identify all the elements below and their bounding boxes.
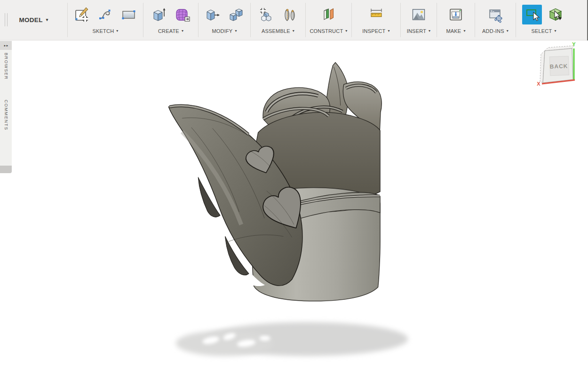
toolbar-group-inspect: INSPECT ▾ [352,0,400,40]
toolbar-group-assemble: ASSEMBLE ▾ [251,0,305,40]
expand-browser-tab[interactable]: ►► [0,41,12,50]
scripts-addins-icon [487,6,504,23]
caret-down-icon: ▾ [429,29,430,33]
construct-tools [319,2,339,27]
modify-menu[interactable]: MODIFY ▾ [212,28,237,34]
make-tools [446,2,466,27]
create-sketch-button[interactable] [72,5,92,24]
caret-down-icon: ▾ [116,29,118,33]
new-component-button[interactable] [256,5,276,24]
insert-tools [409,2,429,27]
toolbar-group-addins: ADD-INS ▾ [475,0,516,40]
fusion360-window: MODEL ▾ [0,0,588,391]
addins-menu[interactable]: ADD-INS ▾ [482,28,509,34]
joint-button[interactable] [280,5,300,24]
select-body-button[interactable] [546,5,565,24]
rail-resize-cap[interactable] [0,166,12,173]
spline-button[interactable] [95,5,115,24]
toolbar-group-modify: MODIFY ▾ [199,0,250,40]
form-icon [174,6,191,23]
caret-down-icon: ▾ [507,29,509,33]
sidebar-tab-comments[interactable]: COMMENTS [4,100,8,130]
measure-button[interactable] [366,5,386,24]
inspect-tools [366,2,386,27]
scripts-addins-button[interactable] [485,5,505,24]
measure-icon [368,6,385,23]
combine-button[interactable] [226,5,246,24]
toolbar-drag-handle[interactable] [5,13,8,26]
new-component-icon [258,6,275,23]
construction-plane-icon [320,6,337,23]
combine-icon [228,6,245,23]
y-axis-label: Y [572,42,576,47]
create-tools [149,2,192,27]
joint-icon [281,6,298,23]
select-menu[interactable]: SELECT ▾ [531,28,556,34]
3d-print-button[interactable] [446,5,466,24]
workspace-switcher: MODEL ▾ [0,0,67,40]
modify-tools [203,2,246,27]
collapse-arrows-icon: ►► [4,44,8,47]
caret-down-icon: ▾ [293,29,294,33]
addins-tools [485,2,505,27]
toolbar-group-sketch: SKETCH ▾ [68,0,143,40]
create-form-button[interactable] [173,5,192,24]
window-select-button[interactable] [522,5,542,24]
caret-down-icon: ▾ [463,29,465,33]
caret-down-icon: ▾ [46,18,48,22]
caret-down-icon: ▾ [388,29,389,33]
construct-menu[interactable]: CONSTRUCT ▾ [310,28,347,34]
press-pull-button[interactable] [203,5,222,24]
create-sketch-icon [73,6,90,23]
3d-printer-icon [447,6,464,23]
create-menu[interactable]: CREATE ▾ [158,28,183,34]
caret-down-icon: ▾ [182,29,183,33]
extrude-button[interactable] [149,5,169,24]
workspace-label: MODEL [19,16,42,24]
press-pull-icon [204,6,221,23]
x-axis-label: X [537,81,540,87]
make-menu[interactable]: MAKE ▾ [446,28,465,34]
toolbar-group-insert: INSERT ▾ [401,0,437,40]
insert-image-button[interactable] [409,5,429,24]
rectangle-icon [120,6,137,23]
toolbar-group-make: MAKE ▾ [437,0,475,40]
select-cube-icon [547,6,564,24]
insert-image-icon [410,6,427,23]
rectangle-button[interactable] [119,5,139,24]
inspect-menu[interactable]: INSPECT ▾ [362,28,389,34]
sketch-tools [72,2,139,27]
toolbar-group-select: SELECT ▾ [516,0,572,40]
sketch-menu[interactable]: SKETCH ▾ [92,28,118,34]
assemble-tools [256,2,300,27]
model-shadow [176,322,408,356]
extrude-icon [151,6,167,23]
rose-vase-model[interactable] [0,41,588,391]
caret-down-icon: ▾ [554,29,556,33]
spline-icon [97,6,114,23]
sidebar-tab-browser[interactable]: BROWSER [4,53,8,80]
insert-menu[interactable]: INSERT ▾ [407,28,431,34]
select-tools [522,2,565,27]
left-panel-rail: ►► BROWSER COMMENTS [0,41,12,166]
construction-plane-button[interactable] [319,5,339,24]
ribbon-toolbar: MODEL ▾ [0,0,588,40]
caret-down-icon: ▾ [345,29,347,33]
caret-down-icon: ▾ [235,29,237,33]
window-select-icon [523,6,541,24]
assemble-menu[interactable]: ASSEMBLE ▾ [262,28,294,34]
viewcube-face-label: BACK [549,63,568,70]
rose-vase-body[interactable] [168,63,381,301]
workspace-dropdown[interactable]: MODEL ▾ [19,16,48,24]
toolbar-group-construct: CONSTRUCT ▾ [306,0,351,40]
viewport-canvas[interactable]: BACK Y X [0,41,588,391]
toolbar-group-create: CREATE ▾ [143,0,198,40]
viewcube[interactable]: BACK Y X [535,42,588,91]
